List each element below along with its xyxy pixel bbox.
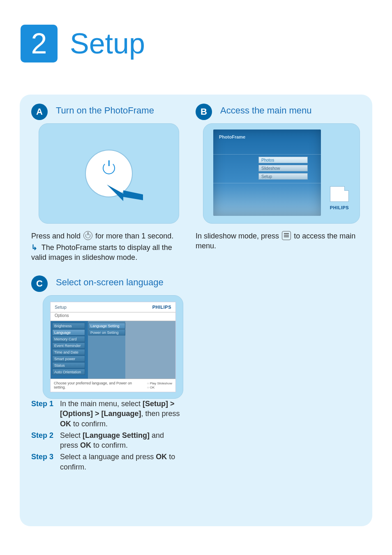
bold: [Language Setting] [83,431,150,439]
menu-item-setup: Setup [258,173,308,180]
text: Select [60,431,83,439]
step-body: Select a language and press OK to confir… [60,452,183,472]
bold: OK [156,453,167,461]
options-col-1: Brightness Language Memory Card Event Re… [52,323,85,375]
step-body: In the main menu, select [Setup] > [Opti… [60,399,183,429]
section-a-instruction: Press and hold for more than 1 second. [31,231,183,241]
menu-icon-inline [282,231,291,240]
section-a-title: Turn on the PhotoFrame [56,105,154,116]
subopt: Power on Setting [88,329,125,335]
menu-item-photos: Photos [258,157,308,163]
section-b-title: Access the main menu [220,105,312,116]
section-c-letter: C [31,275,48,292]
section-b-letter: B [196,104,212,120]
setup-screen: Setup PHILIPS Options Brightness Languag… [51,302,175,392]
section-c-illustration: Setup PHILIPS Options Brightness Languag… [43,295,183,399]
step-label: Step 2 [31,430,60,451]
content-panel: A Turn on the PhotoFrame Press and hold … [20,95,372,526]
text: Select a language and press [60,453,156,461]
setup-hint: Choose your preferred language, and Powe… [54,381,144,389]
section-a-result: ↳ The PhotoFrame starts to display all t… [31,243,179,263]
section-b-illustration: PhotoFrame Photos Slideshow Setup PHILIP… [203,123,360,224]
opt: Memory Card [52,336,85,342]
bold: OK [80,441,91,449]
menu-item-slideshow: Slideshow [258,165,308,171]
power-icon-inline [83,231,92,240]
text: In the main menu, select [60,400,143,408]
step-label: Step 3 [31,452,60,472]
text: Press and hold [31,232,83,240]
setup-body: Brightness Language Memory Card Event Re… [51,321,175,379]
step-body: Select [Language Setting] and press OK t… [60,430,183,451]
device-screen: PhotoFrame Photos Slideshow Setup [213,130,321,216]
step-number-badge: 2 [21,25,58,62]
screen-label: PhotoFrame [219,134,245,139]
page: 2 Setup A Turn on the PhotoFrame Press a… [0,0,392,555]
brand-label: PHILIPS [327,205,352,210]
opt: Auto Orientation [52,369,85,375]
btn: Play Slideshow [147,382,172,385]
options-col-2: Language Setting Power on Setting [88,323,125,335]
setup-subheader: Options [51,312,175,321]
divider [213,154,321,155]
press-arrow-icon [107,185,144,205]
btn: OK [147,386,172,389]
sd-card-icon [330,186,349,202]
device-side-card: PHILIPS [327,186,352,210]
page-title: Setup [70,27,145,60]
section-a-letter: A [31,104,48,120]
opt: Smart power [52,356,85,362]
text: to confirm. [71,420,108,428]
opt: Status [52,362,85,368]
section-b-instruction: In slideshow mode, press to access the m… [196,231,356,251]
text: for more than 1 second. [95,232,173,240]
step-1: Step 1 In the main menu, select [Setup] … [31,399,183,429]
section-c-title: Select on-screen language [56,277,164,288]
power-icon [103,162,115,174]
text: The PhotoFrame starts to display all the… [31,243,172,261]
opt: Brightness [52,323,85,329]
result-arrow-icon: ↳ [31,243,39,252]
opt: Event Reminder [52,342,85,349]
section-a-illustration [39,123,179,224]
page-header: 2 Setup [21,25,145,62]
subopt-selected: Language Setting [88,323,125,329]
divider [213,183,321,183]
step-label: Step 1 [31,399,60,429]
opt: Time and Date [52,349,85,355]
text: In slideshow mode, press [196,232,281,240]
setup-header-brand: PHILIPS [152,305,171,310]
setup-header-left: Setup [55,305,67,310]
setup-buttons: Play Slideshow OK [147,382,172,389]
text: , then press [141,409,180,418]
step-3: Step 3 Select a language and press OK to… [31,452,183,472]
setup-footer: Choose your preferred language, and Powe… [51,379,175,391]
bold: OK [60,420,71,428]
setup-header: Setup PHILIPS [51,302,175,312]
opt-selected: Language [52,329,85,335]
svg-marker-0 [107,185,143,201]
step-2: Step 2 Select [Language Setting] and pre… [31,430,183,451]
text: to confirm. [91,441,128,449]
section-c-steps: Step 1 In the main menu, select [Setup] … [31,399,183,474]
